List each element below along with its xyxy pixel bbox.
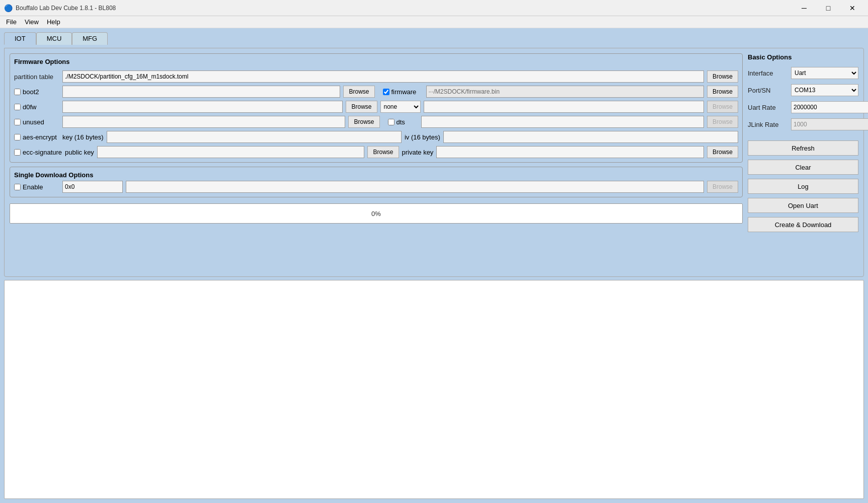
menu-bar: File View Help: [0, 16, 868, 28]
clear-button[interactable]: Clear: [748, 160, 858, 175]
title-bar-controls: ─ □ ✕: [793, 0, 864, 16]
right-panel: Basic Options Interface Uart JLink Port/…: [748, 53, 858, 271]
single-address-input[interactable]: [62, 181, 123, 193]
firmware-input[interactable]: [426, 86, 704, 98]
dts-input[interactable]: [421, 116, 704, 128]
aes-key-input[interactable]: [107, 131, 402, 143]
close-button[interactable]: ✕: [841, 0, 864, 16]
single-browse[interactable]: Browse: [707, 181, 738, 193]
aes-key-label: key (16 bytes): [62, 133, 104, 141]
basic-options-title: Basic Options: [748, 53, 858, 61]
firmware-checkbox[interactable]: [383, 89, 389, 95]
ecc-private-key-input[interactable]: [436, 146, 704, 158]
unused-browse[interactable]: Browse: [348, 116, 379, 128]
firmware-checkbox-label: firmware: [383, 88, 423, 96]
ecc-public-key-label: public key: [65, 149, 94, 156]
log-button[interactable]: Log: [748, 179, 858, 194]
single-download-options-section: Single Download Options Enable Browse: [10, 167, 743, 197]
refresh-button[interactable]: Refresh: [748, 140, 858, 156]
firmware-browse[interactable]: Browse: [707, 86, 738, 98]
firmware-options-section: Firmware Options partition table Browse …: [10, 53, 743, 163]
boot2-checkbox[interactable]: [14, 89, 21, 95]
ecc-public-browse[interactable]: Browse: [367, 146, 399, 158]
title-bar-title: Bouffalo Lab Dev Cube 1.8.1 - BL808: [16, 5, 793, 12]
enable-checkbox[interactable]: [14, 184, 21, 190]
unused-input[interactable]: [62, 116, 345, 128]
d0fw-checkbox-label: d0fw: [14, 103, 59, 111]
uart-rate-label: Uart Rate: [748, 104, 788, 111]
aes-encrypt-row: aes-encrypt key (16 bytes) iv (16 bytes): [14, 131, 738, 143]
tab-mcu[interactable]: MCU: [36, 32, 72, 45]
aes-iv-input[interactable]: [443, 131, 738, 143]
dts-browse[interactable]: Browse: [707, 116, 738, 128]
jlink-rate-row: JLink Rate: [748, 118, 858, 130]
d0fw-browse[interactable]: Browse: [346, 101, 377, 113]
tab-mfg[interactable]: MFG: [72, 32, 108, 45]
ecc-private-browse[interactable]: Browse: [707, 146, 738, 158]
port-sn-select[interactable]: COM13 COM1 COM2: [791, 84, 858, 96]
jlink-rate-label: JLink Rate: [748, 121, 788, 128]
tab-bar: IOT MCU MFG: [4, 32, 864, 45]
menu-view[interactable]: View: [21, 17, 43, 27]
unused-checkbox[interactable]: [14, 119, 21, 125]
dts-checkbox-label: dts: [388, 118, 418, 126]
aes-iv-label: iv (16 bytes): [405, 133, 440, 141]
open-uart-button[interactable]: Open Uart: [748, 198, 858, 213]
create-download-button[interactable]: Create & Download: [748, 217, 858, 232]
ecc-signature-row: ecc-signature public key Browse private …: [14, 146, 738, 158]
single-file-input[interactable]: [126, 181, 704, 193]
dts-checkbox[interactable]: [388, 119, 394, 125]
maximize-button[interactable]: □: [817, 0, 840, 16]
port-sn-label: Port/SN: [748, 87, 788, 94]
single-download-row: Enable Browse: [14, 181, 738, 193]
partition-table-browse[interactable]: Browse: [707, 70, 738, 83]
progress-text: 0%: [371, 210, 381, 218]
boot2-firmware-row: boot2 Browse firmware Browse: [14, 86, 738, 98]
jlink-rate-input[interactable]: [791, 118, 868, 130]
d0fw-row: d0fw Browse none Browse: [14, 101, 738, 113]
aes-checkbox[interactable]: [14, 134, 21, 140]
ecc-public-key-input[interactable]: [97, 146, 365, 158]
d0fw-extra-input[interactable]: [424, 101, 704, 113]
menu-file[interactable]: File: [2, 17, 21, 27]
boot2-browse[interactable]: Browse: [343, 86, 374, 98]
main-area: IOT MCU MFG Firmware Options partition t…: [0, 28, 868, 503]
minimize-button[interactable]: ─: [793, 0, 816, 16]
partition-table-input[interactable]: [62, 70, 704, 83]
ecc-checkbox[interactable]: [14, 149, 21, 156]
ecc-checkbox-label: ecc-signature: [14, 149, 62, 156]
unused-dts-row: unused Browse dts Browse: [14, 116, 738, 128]
uart-rate-row: Uart Rate: [748, 101, 858, 113]
single-download-title: Single Download Options: [14, 171, 738, 179]
menu-help[interactable]: Help: [43, 17, 64, 27]
app-icon: 🔵: [4, 4, 13, 12]
firmware-options-title: Firmware Options: [14, 58, 738, 65]
uart-rate-input[interactable]: [791, 101, 868, 113]
partition-table-label: partition table: [14, 73, 59, 81]
port-sn-row: Port/SN COM13 COM1 COM2: [748, 84, 858, 96]
content-area: Firmware Options partition table Browse …: [4, 48, 864, 277]
d0fw-checkbox[interactable]: [14, 104, 21, 110]
d0fw-input[interactable]: [62, 101, 343, 113]
interface-row: Interface Uart JLink: [748, 67, 858, 79]
boot2-checkbox-label: boot2: [14, 88, 59, 96]
left-panel: Firmware Options partition table Browse …: [10, 53, 743, 271]
aes-checkbox-label: aes-encrypt: [14, 133, 59, 141]
ecc-private-key-label: private key: [402, 149, 434, 156]
enable-checkbox-label: Enable: [14, 183, 59, 191]
d0fw-extra-browse[interactable]: Browse: [707, 101, 738, 113]
log-area: [4, 280, 864, 499]
interface-label: Interface: [748, 69, 788, 77]
d0fw-dropdown[interactable]: none: [380, 101, 421, 113]
title-bar: 🔵 Bouffalo Lab Dev Cube 1.8.1 - BL808 ─ …: [0, 0, 868, 16]
boot2-input[interactable]: [62, 86, 340, 98]
tab-iot[interactable]: IOT: [4, 32, 36, 45]
unused-checkbox-label: unused: [14, 118, 59, 126]
interface-select[interactable]: Uart JLink: [791, 67, 858, 79]
progress-bar-container: 0%: [10, 203, 743, 224]
partition-table-row: partition table Browse: [14, 70, 738, 83]
